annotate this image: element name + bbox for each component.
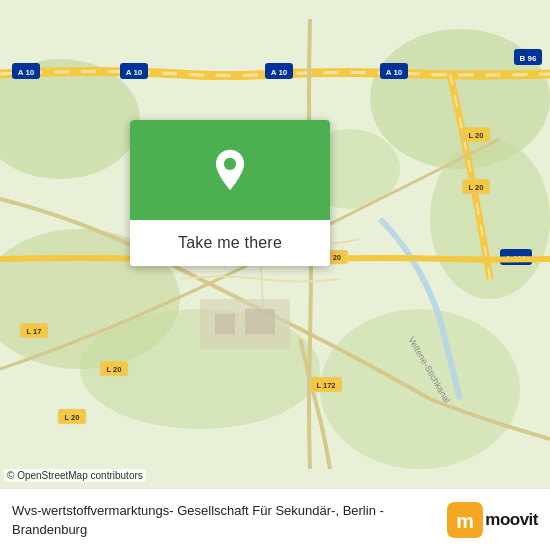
moovit-brand-text: moovit: [485, 510, 538, 530]
card-green-section: [130, 120, 330, 220]
app: Veltene-Stichkanal A 10 A 10 A 10 A 10 B…: [0, 0, 550, 550]
svg-text:L 172: L 172: [316, 381, 335, 390]
map-area: Veltene-Stichkanal A 10 A 10 A 10 A 10 B…: [0, 0, 550, 488]
bottom-bar: Wvs-wertstoffvermarktungs- Gesellschaft …: [0, 488, 550, 550]
svg-text:A 10: A 10: [18, 68, 35, 77]
place-name: Wvs-wertstoffvermarktungs- Gesellschaft …: [12, 503, 384, 537]
map-attribution: © OpenStreetMap contributors: [4, 469, 146, 482]
svg-point-6: [320, 309, 520, 469]
svg-text:L 20: L 20: [107, 365, 122, 374]
svg-text:L 20: L 20: [65, 413, 80, 422]
location-pin-icon: [208, 148, 252, 192]
svg-text:A 10: A 10: [386, 68, 403, 77]
svg-text:L 20: L 20: [469, 131, 484, 140]
svg-text:20: 20: [333, 254, 341, 261]
svg-text:L 20: L 20: [469, 183, 484, 192]
card-overlay: Take me there: [130, 120, 330, 266]
moovit-m-icon: m: [447, 502, 483, 538]
svg-text:m: m: [456, 510, 474, 532]
take-me-there-button[interactable]: Take me there: [130, 220, 330, 266]
svg-point-38: [224, 158, 236, 170]
svg-rect-36: [215, 314, 235, 334]
svg-text:L 17: L 17: [27, 327, 42, 336]
svg-rect-37: [245, 309, 275, 334]
moovit-logo: m moovit: [447, 502, 538, 538]
svg-text:A 10: A 10: [271, 68, 288, 77]
place-info: Wvs-wertstoffvermarktungs- Gesellschaft …: [12, 501, 439, 538]
svg-text:B 96: B 96: [520, 54, 537, 63]
svg-text:A 10: A 10: [126, 68, 143, 77]
